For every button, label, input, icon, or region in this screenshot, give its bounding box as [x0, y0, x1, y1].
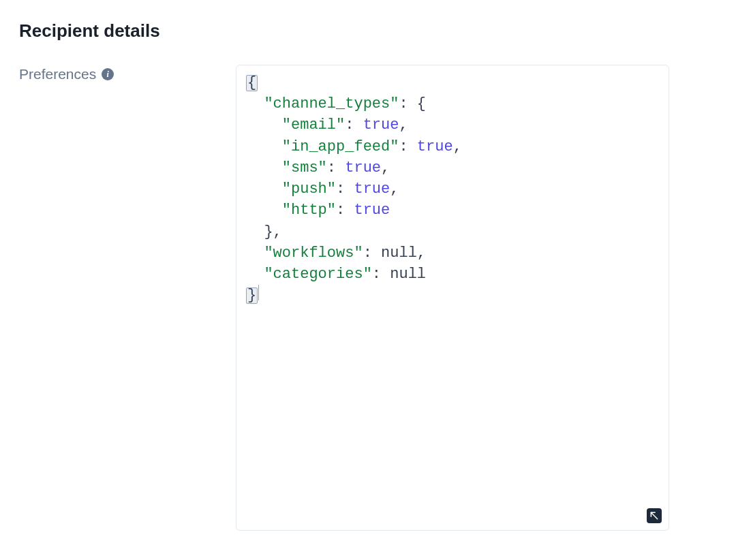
- svg-line-0: [651, 512, 657, 518]
- info-icon[interactable]: i: [102, 68, 114, 80]
- json-code-block[interactable]: { "channel_types": { "email": true, "in_…: [246, 72, 659, 307]
- preferences-label: Preferences: [19, 66, 96, 82]
- preferences-row: Preferences i { "channel_types": { "emai…: [19, 65, 717, 531]
- preferences-label-col: Preferences i: [19, 65, 236, 82]
- resize-handle-icon[interactable]: [647, 508, 662, 523]
- section-title: Recipient details: [19, 20, 717, 42]
- preferences-json-editor[interactable]: { "channel_types": { "email": true, "in_…: [236, 65, 669, 531]
